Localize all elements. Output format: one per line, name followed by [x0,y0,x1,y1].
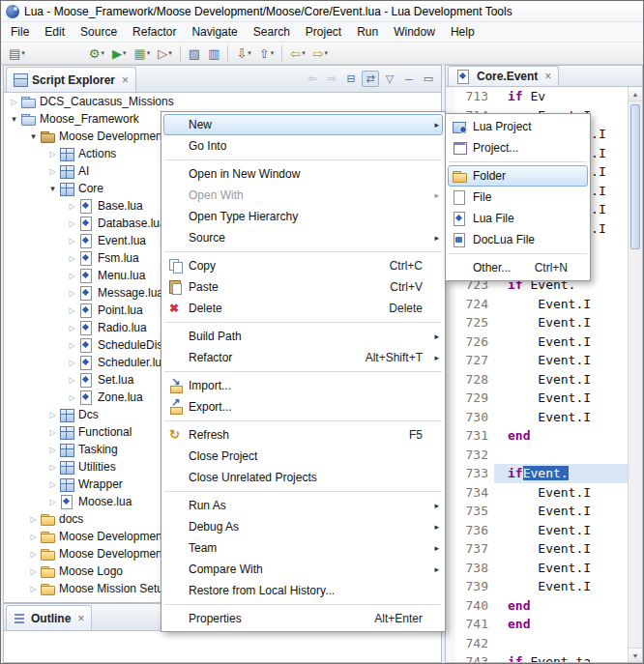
menu-refactor[interactable]: Refactor [125,22,184,42]
tree-collapsed-arrow-icon[interactable]: ▷ [66,359,78,367]
scrollbar-up-icon[interactable]: ▲ [629,87,642,101]
code-line[interactable]: 725 Event.I [446,313,642,332]
code-line[interactable]: 727 Event.I [446,351,642,370]
context-menu-item-properties[interactable]: PropertiesAlt+Enter [163,608,443,629]
menu-project[interactable]: Project [298,22,349,42]
code-line[interactable]: 729 Event.I [446,389,642,408]
context-menu-item-copy[interactable]: CopyCtrl+C [163,255,443,276]
tree-collapsed-arrow-icon[interactable]: ▷ [46,411,59,419]
tree-collapsed-arrow-icon[interactable]: ▷ [66,254,78,263]
context-menu-item-refresh[interactable]: RefreshF5 [163,424,443,446]
context-menu-item-close-project[interactable]: Close Project [163,446,443,467]
run-button[interactable]: ▶▾ [109,43,130,63]
tree-collapsed-arrow-icon[interactable]: ▷ [27,533,40,541]
link-with-editor-icon[interactable]: ⇄ [362,71,379,87]
code-line[interactable]: 734 Event.I [446,483,642,503]
new-submenu-item-doclua-file[interactable]: DocLua File [448,229,588,250]
code-line[interactable]: 728 Event.I [446,370,642,390]
scrollbar-thumb[interactable] [630,104,640,249]
tree-collapsed-arrow-icon[interactable]: ▷ [66,289,78,298]
new-submenu-item-lua-project[interactable]: Lua Project [448,116,588,137]
debug-button[interactable]: ⚙▾ [86,43,107,63]
back-icon[interactable]: ⇦ [304,71,321,87]
form-view-button[interactable]: ▥ [205,43,222,63]
collapse-all-icon[interactable]: ⊟ [342,71,360,87]
tree-collapsed-arrow-icon[interactable]: ▷ [46,498,59,506]
context-menu-item-import[interactable]: Import... [163,375,443,396]
code-line[interactable]: 739 Event.I [446,577,642,596]
view-menu-icon[interactable]: ▽ [381,71,398,87]
tree-collapsed-arrow-icon[interactable]: ▷ [66,376,78,385]
maximize-icon[interactable]: ▭ [420,71,437,87]
code-line[interactable]: 731 end [446,426,642,446]
code-line[interactable]: 740 end [446,596,642,616]
context-menu-item-paste[interactable]: PasteCtrl+V [163,276,443,298]
forward-button[interactable]: ⇨▾ [310,43,331,63]
tree-collapsed-arrow-icon[interactable]: ▷ [46,167,59,176]
tree-collapsed-arrow-icon[interactable]: ▷ [46,428,59,437]
tree-expanded-arrow-icon[interactable]: ▾ [8,114,20,124]
code-line[interactable]: 724 Event.I [446,295,642,314]
table-view-button[interactable]: ▨ [186,43,203,63]
new-submenu-item-lua-file[interactable]: Lua File [448,208,588,229]
new-submenu-item-project[interactable]: Project... [448,137,588,159]
external-tools-button[interactable]: ▷▾ [155,43,175,63]
close-tab-icon[interactable]: × [544,70,551,83]
context-menu-item-team[interactable]: Team▸ [163,537,443,559]
context-menu-item-refactor[interactable]: RefactorAlt+Shift+T▸ [163,347,443,368]
tree-collapsed-arrow-icon[interactable]: ▷ [66,393,78,402]
tree-collapsed-arrow-icon[interactable]: ▷ [8,98,20,106]
scrollbar-down-icon[interactable]: ▼ [629,648,642,662]
new-submenu-item-folder[interactable]: Folder [448,165,588,187]
code-line[interactable]: 743 if Event.ta [446,652,642,662]
context-menu-item-run-as[interactable]: Run As▸ [163,495,443,516]
tree-collapsed-arrow-icon[interactable]: ▷ [27,515,40,524]
tree-collapsed-arrow-icon[interactable]: ▷ [46,480,59,489]
code-line[interactable]: 742 [446,634,642,653]
code-line[interactable]: 726 Event.I [446,332,642,352]
context-menu-item-source[interactable]: Source▸ [163,227,443,248]
menu-run[interactable]: Run [349,22,386,42]
tree-collapsed-arrow-icon[interactable]: ▷ [27,585,40,593]
code-line[interactable]: 713 if Ev [446,87,642,106]
outline-tab[interactable]: Outline × [6,605,92,630]
script-explorer-tab[interactable]: Script Explorer × [6,67,136,92]
back-button[interactable]: ⇦▾ [287,43,307,63]
menu-window[interactable]: Window [386,22,443,42]
context-menu-item-close-unrelated-projects[interactable]: Close Unrelated Projects [163,467,443,488]
tree-collapsed-arrow-icon[interactable]: ▷ [66,237,78,245]
context-menu-item-open-in-new-window[interactable]: Open in New Window [163,163,443,185]
tree-collapsed-arrow-icon[interactable]: ▷ [66,272,78,280]
context-menu-item-build-path[interactable]: Build Path▸ [163,326,443,347]
forward-icon[interactable]: ⇨ [323,71,340,87]
context-menu-item-new[interactable]: New▸ [163,114,443,135]
next-annotation-button[interactable]: ⇩▾ [233,43,253,63]
menu-navigate[interactable]: Navigate [184,22,245,42]
code-line[interactable]: 737 Event.I [446,539,642,559]
tree-collapsed-arrow-icon[interactable]: ▷ [66,306,78,315]
new-wizard-button[interactable]: ▤▾ [6,43,28,63]
context-menu-item-delete[interactable]: DeleteDelete [163,298,443,319]
tree-expanded-arrow-icon[interactable]: ▾ [27,131,40,141]
tree-collapsed-arrow-icon[interactable]: ▷ [46,463,59,472]
code-line[interactable]: 732 [446,446,642,465]
tree-collapsed-arrow-icon[interactable]: ▷ [66,324,78,332]
menu-search[interactable]: Search [246,22,298,42]
tree-expanded-arrow-icon[interactable]: ▾ [46,184,59,193]
code-line[interactable]: 736 Event.I [446,521,642,540]
previous-annotation-button[interactable]: ⇧▾ [256,43,277,63]
menu-help[interactable]: Help [443,22,483,42]
context-menu-item-restore-from-local-history[interactable]: Restore from Local History... [163,580,443,601]
code-line[interactable]: 738 Event.I [446,559,642,578]
new-submenu-item-file[interactable]: File [448,187,588,208]
tree-collapsed-arrow-icon[interactable]: ▷ [27,567,40,576]
code-line[interactable]: 741 end [446,615,642,634]
tree-collapsed-arrow-icon[interactable]: ▷ [27,550,40,559]
code-line[interactable]: 733 if Event. [446,464,642,483]
minimize-icon[interactable]: ─ [400,71,418,87]
new-submenu-item-other[interactable]: Other...Ctrl+N [448,257,588,278]
menu-file[interactable]: File [3,22,37,42]
context-menu-item-open-type-hierarchy[interactable]: Open Type Hierarchy [163,206,443,227]
editor-tab-core-event[interactable]: Core.Event × [448,66,559,86]
tree-collapsed-arrow-icon[interactable]: ▷ [46,150,59,159]
